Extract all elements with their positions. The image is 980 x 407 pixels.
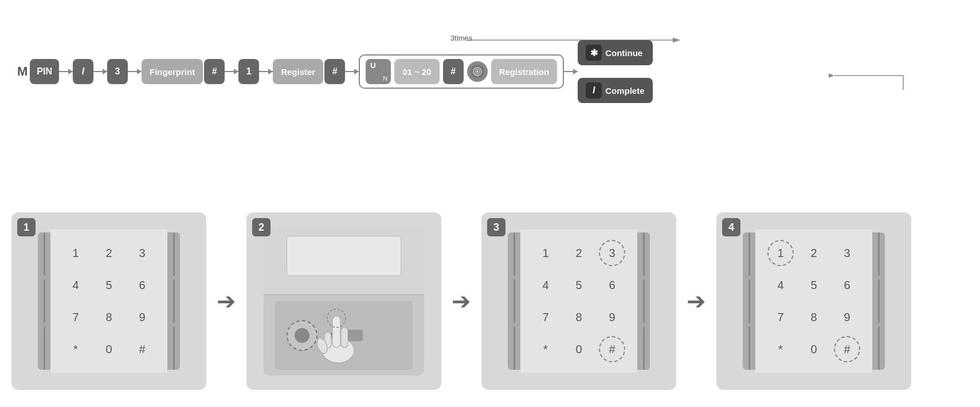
- key3-1: 1: [531, 239, 560, 267]
- kp-line-1b: [44, 279, 45, 323]
- kp-line-3c: [513, 326, 515, 370]
- registration-node: Registration: [491, 59, 558, 84]
- dial-inner: [295, 328, 309, 343]
- key4-7: 7: [766, 303, 795, 331]
- diagram-2: 2 AM: [246, 212, 441, 390]
- star-icon: ✱: [586, 45, 602, 61]
- diagram-number-1: 1: [17, 218, 36, 236]
- diagram-4: 4 1 2 3 4 5 6 7 8 9 * 0 #: [716, 212, 911, 390]
- key-star: *: [61, 335, 91, 363]
- kp-line-4b: [748, 279, 750, 323]
- key4-6: 6: [832, 271, 862, 299]
- pin-node: PIN: [30, 59, 59, 84]
- key3-hash: #: [597, 335, 627, 363]
- svg-rect-12: [341, 327, 348, 347]
- device-interior: AM: [264, 227, 424, 376]
- key-0: 0: [94, 335, 124, 363]
- kp-rline-3c: [643, 326, 645, 370]
- un-node: U N: [366, 59, 391, 84]
- arrow-5: [259, 71, 273, 72]
- kp-line-4c: [748, 326, 750, 370]
- svg-point-9: [476, 70, 479, 73]
- loop-box: 3times U N 01 ~ 20 #: [359, 54, 564, 89]
- key3-star: *: [531, 335, 560, 363]
- key4-star: *: [766, 335, 795, 363]
- fingerprint-node: Fingerprint: [142, 59, 203, 84]
- key3-6: 6: [597, 271, 627, 299]
- key-1: 1: [61, 239, 91, 267]
- arrow-diag-3-4: ➔: [687, 288, 706, 314]
- hash1-node: #: [204, 59, 225, 84]
- kp-rline-1c: [173, 326, 175, 370]
- kp-rline-3a: [643, 232, 645, 276]
- key3-3: 3: [597, 239, 627, 267]
- key4-3: 3: [832, 239, 862, 267]
- diagram-1: 1 1 2 3 4 5 6 7 8 9 * 0 #: [11, 212, 206, 390]
- device-top-panel: [264, 227, 424, 295]
- arrow-diag-1-2: ➔: [217, 288, 236, 314]
- flow-row: M PIN I 3 Fingerprint # 1: [17, 40, 974, 103]
- diagram-number-4: 4: [722, 218, 740, 236]
- kp-line-3a: [513, 232, 515, 276]
- diagrams-section: 1 1 2 3 4 5 6 7 8 9 * 0 #: [11, 212, 969, 390]
- keypad-grid-3: 1 2 3 4 5 6 7 8 9 * 0 #: [520, 230, 637, 373]
- diagram-number-3: 3: [487, 218, 505, 236]
- register-node: Register: [273, 59, 323, 84]
- kp-line-1c: [44, 326, 45, 370]
- kp-rline-3b: [643, 279, 645, 323]
- diagram-number-2: 2: [252, 218, 271, 236]
- kp-right-strip-3: [637, 232, 650, 370]
- key3-4: 4: [531, 271, 560, 299]
- kp-right-strip-1: [167, 232, 180, 370]
- key4-1: 1: [766, 239, 795, 267]
- hand-svg-icon: [309, 305, 367, 368]
- kp-line-3b: [513, 279, 515, 323]
- arrow-7: [564, 71, 578, 72]
- key-2: 2: [94, 239, 124, 267]
- device-screen: [287, 236, 401, 276]
- i1-node: I: [73, 59, 93, 84]
- kp-rline-1b: [173, 279, 175, 323]
- n3-node: 3: [107, 59, 128, 84]
- key-6: 6: [127, 271, 157, 299]
- key3-5: 5: [564, 271, 594, 299]
- arrow-diag-2-3: ➔: [452, 288, 471, 314]
- range-node: 01 ~ 20: [394, 59, 439, 84]
- device-bottom-panel: AM: [275, 301, 413, 370]
- n1-node: 1: [238, 59, 259, 84]
- keypad-wrapper-4: 1 2 3 4 5 6 7 8 9 * 0 #: [716, 212, 911, 390]
- hash2-node: #: [324, 59, 345, 84]
- diagram-3: 3 1 2 3 4 5 6 7 8 9 * 0 #: [481, 212, 676, 390]
- kp-line-4a: [748, 232, 750, 276]
- branch-container: ✱ Continue I Complete: [578, 40, 652, 103]
- key4-0: 0: [799, 335, 829, 363]
- keypad-wrapper-1: 1 2 3 4 5 6 7 8 9 * 0 #: [11, 212, 206, 390]
- flow-diagram: M PIN I 3 Fingerprint # 1: [11, 17, 969, 143]
- kp-right-strip-4: [872, 232, 885, 370]
- key-5: 5: [94, 271, 124, 299]
- arrow-4: [225, 71, 238, 72]
- i2-icon: I: [586, 82, 602, 98]
- fingerprint-svg-icon: [469, 64, 485, 80]
- kp-rline-4c: [878, 326, 880, 370]
- arrow-2: [93, 71, 107, 72]
- key3-0: 0: [564, 335, 594, 363]
- key-7: 7: [61, 303, 91, 331]
- key-9: 9: [127, 303, 157, 331]
- kp-left-strip-3: [508, 232, 520, 370]
- arrow-3: [128, 71, 142, 72]
- key3-8: 8: [564, 303, 594, 331]
- three-times-label: 3times: [450, 34, 472, 42]
- key-3: 3: [127, 239, 157, 267]
- keypad-wrapper-3: 1 2 3 4 5 6 7 8 9 * 0 #: [481, 212, 676, 390]
- fp-icon-node: [467, 61, 488, 82]
- arrow-6: [345, 71, 359, 72]
- svg-rect-11: [332, 316, 340, 347]
- complete-node: I Complete: [578, 78, 652, 103]
- key4-2: 2: [799, 239, 829, 267]
- hash3-node: #: [443, 59, 464, 84]
- key4-hash: #: [832, 335, 862, 363]
- hand-container: [309, 305, 367, 370]
- key3-9: 9: [597, 303, 627, 331]
- key-8: 8: [94, 303, 124, 331]
